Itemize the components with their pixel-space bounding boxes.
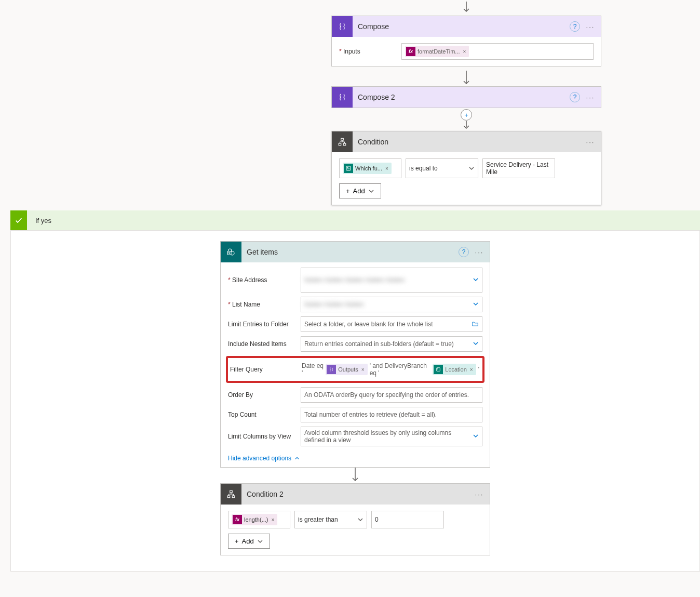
chevron-down-icon [473,276,479,284]
topcount-label: Top Count [228,411,301,418]
condition2-right-value[interactable]: 0 [371,511,444,528]
condition-card[interactable]: Condition ··· Which fu... × [331,131,601,205]
outputs-token[interactable]: Outputs × [326,364,367,375]
chevron-down-icon [357,516,364,523]
chevron-down-icon [473,340,479,348]
sharepoint-icon: S [221,242,241,262]
more-icon[interactable]: ··· [583,23,598,31]
token-remove-icon[interactable]: × [384,166,389,171]
add-button[interactable]: + Add [228,534,270,549]
filter-query-field[interactable]: Date eq ' Outputs × ' and DeliveryBranch… [301,360,480,379]
compose-header[interactable]: Compose ? ··· [332,16,601,37]
token-remove-icon[interactable]: × [360,367,366,373]
more-icon[interactable]: ··· [472,490,487,498]
orderby-field[interactable]: An ODATA orderBy query for specifying th… [301,387,482,403]
get-items-card[interactable]: S Get items ? ··· Site Address hidden hi… [220,241,490,468]
compose2-header[interactable]: Compose 2 ? ··· [332,87,601,108]
token-text: formatDateTim... [418,48,460,55]
orderby-label: Order By [228,391,301,399]
svg-rect-11 [347,167,348,168]
condition-left-value[interactable]: Which fu... × [339,158,401,178]
add-button[interactable]: + Add [339,183,381,198]
limit-folder-field[interactable]: Select a folder, or leave blank for the … [301,316,482,332]
chevron-down-icon [473,301,479,309]
token-remove-icon[interactable]: × [270,517,275,523]
compose-card[interactable]: Compose ? ··· Inputs fx formatDateTim...… [331,16,601,67]
limitcols-field[interactable]: Avoid column threshold issues by only us… [301,427,482,446]
chevron-down-icon [257,538,263,545]
compose2-card[interactable]: Compose 2 ? ··· [331,86,601,108]
condition2-title: Condition 2 [241,490,472,498]
flow-arrow [220,468,490,483]
add-step-button[interactable]: + [461,109,472,121]
token-remove-icon[interactable]: × [462,49,467,55]
chevron-down-icon [468,165,475,171]
list-name-label: List Name [228,301,301,308]
hide-advanced-link[interactable]: Hide advanced options [228,455,300,462]
chevron-down-icon [368,188,374,194]
condition-header[interactable]: Condition ··· [332,131,601,152]
token-text: Which fu... [355,165,382,171]
dynamic-icon [327,365,336,374]
location-token[interactable]: Location × [433,364,476,375]
compose-icon [332,16,353,37]
condition2-header[interactable]: Condition 2 ··· [221,484,490,505]
condition-title: Condition [353,138,583,146]
condition2-left-value[interactable]: fx length(...) × [228,511,290,528]
condition2-operator[interactable]: is greater than [294,511,367,528]
more-icon[interactable]: ··· [472,248,487,256]
compose-title: Compose [353,22,570,31]
fx-token[interactable]: fx length(...) × [232,514,277,525]
flow-arrow [331,121,601,131]
condition-right-value[interactable]: Service Delivery - Last Mile [482,158,555,178]
compose-icon [332,87,353,108]
folder-icon[interactable] [472,320,479,329]
forms-token[interactable]: Which fu... × [343,163,392,174]
help-icon[interactable]: ? [570,21,580,32]
help-icon[interactable]: ? [570,92,580,102]
svg-text:S: S [228,251,231,255]
forms-icon [434,365,443,374]
chevron-down-icon [473,433,479,441]
plus-icon: + [346,187,350,195]
more-icon[interactable]: ··· [583,94,598,101]
fx-icon: fx [233,515,242,524]
svg-rect-25 [227,496,230,498]
if-yes-header[interactable]: If yes [10,210,700,230]
if-yes-label: If yes [35,217,51,224]
inputs-label: Inputs [339,48,401,55]
site-address-label: Site Address [228,276,301,284]
condition-icon [332,131,353,152]
topcount-field[interactable]: Total number of entries to retrieve (def… [301,407,482,422]
filter-query-label: Filter Query [230,366,301,373]
svg-rect-26 [232,496,235,498]
condition-icon [221,484,241,505]
fx-icon: fx [406,47,415,56]
check-icon [10,210,27,230]
list-name-field[interactable]: hidden hidden hidden [301,297,482,312]
nested-label: Include Nested Items [228,340,301,348]
get-items-title: Get items [241,248,459,256]
get-items-header[interactable]: S Get items ? ··· [221,242,490,262]
flow-arrow [331,71,601,86]
condition-operator[interactable]: is equal to [406,158,478,178]
more-icon[interactable]: ··· [583,138,598,146]
flow-arrow [331,0,601,16]
token-remove-icon[interactable]: × [469,367,474,373]
site-address-field[interactable]: hidden hidden hidden hidden hidden [301,268,482,293]
svg-rect-9 [343,143,346,145]
compose2-title: Compose 2 [353,93,570,101]
nested-field[interactable]: Return entries contained in sub-folders … [301,336,482,352]
plus-icon: + [235,537,239,545]
forms-icon [344,164,353,173]
limitcols-label: Limit Columns by View [228,433,301,440]
inputs-field[interactable]: fx formatDateTim... × [401,43,594,60]
svg-rect-8 [339,143,341,145]
svg-rect-10 [346,166,351,170]
help-icon[interactable]: ? [459,247,469,257]
filter-query-highlight: Filter Query Date eq ' Outputs × ' and D… [226,356,484,383]
svg-rect-17 [437,368,440,372]
fx-token[interactable]: fx formatDateTim... × [405,46,469,57]
condition2-card[interactable]: Condition 2 ··· fx length(...) × is grea… [220,483,490,555]
chevron-up-icon [294,456,300,461]
